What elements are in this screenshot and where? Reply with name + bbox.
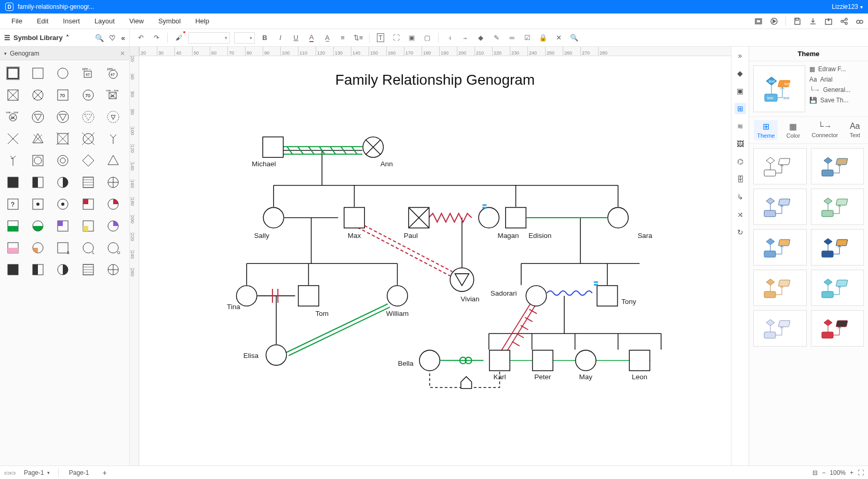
menu-insert[interactable]: Insert [56, 15, 87, 27]
underline-button[interactable]: U [290, 32, 302, 44]
format-painter-button[interactable]: 🖌 [173, 32, 184, 44]
sym-sq-dot[interactable] [28, 151, 48, 170]
sym-extra[interactable] [78, 194, 98, 214]
theme-card[interactable] [811, 270, 864, 306]
font-color-button[interactable]: A [306, 32, 317, 44]
opt-font-family[interactable]: ▦Edraw F... [809, 65, 864, 73]
sym-female-x[interactable] [28, 85, 48, 105]
zoom-in-button[interactable]: + [850, 469, 853, 476]
sym-extra[interactable] [103, 260, 123, 280]
redo-button[interactable]: ↷ [151, 32, 162, 44]
tab-connector[interactable]: └→Connector [808, 120, 841, 140]
sym-extra[interactable] [28, 216, 48, 236]
theme-card[interactable] [811, 229, 864, 265]
sym-extra[interactable] [53, 260, 73, 280]
layers-icon[interactable]: ≋ [735, 121, 746, 132]
theme-card[interactable] [753, 310, 807, 347]
font-size-select[interactable] [234, 32, 255, 44]
sym-circ-dot[interactable] [53, 151, 73, 170]
sym-dates-sq[interactable]: 1938 — 200668 [103, 85, 123, 105]
save-icon[interactable] [793, 17, 802, 25]
undo-button[interactable]: ↶ [135, 32, 146, 44]
line-spacing-button[interactable]: ⇅≡ [352, 32, 364, 44]
sym-age-circ[interactable]: 70 [78, 85, 98, 105]
sym-male-x[interactable] [3, 85, 23, 105]
sym-extra[interactable] [3, 260, 23, 280]
sym-circ-x2[interactable] [78, 129, 98, 149]
sym-extra[interactable] [53, 194, 73, 214]
theme-card[interactable] [753, 189, 807, 225]
sym-female[interactable] [53, 63, 73, 83]
sym-extra[interactable]: L [78, 238, 98, 258]
theme-card[interactable] [753, 229, 807, 265]
collapse-left-icon[interactable]: « [121, 34, 125, 42]
group-button[interactable]: ▣ [406, 32, 417, 44]
sym-x-big[interactable] [3, 129, 23, 149]
share-icon[interactable] [840, 17, 848, 25]
tab-theme[interactable]: ⊞Theme [754, 120, 778, 140]
tab-color[interactable]: ▦Color [783, 120, 803, 140]
text-tool-button[interactable]: T [375, 32, 386, 44]
canvas[interactable]: Family Relationship Genogram [139, 56, 731, 465]
tab-text[interactable]: AaText [847, 120, 863, 140]
page-setup-icon[interactable]: ▣ [735, 85, 746, 97]
fit-width-icon[interactable]: ⊟ [812, 469, 818, 476]
opt-connector[interactable]: └→General... [809, 86, 864, 94]
page-tab[interactable]: Page-1 [64, 468, 94, 477]
sym-extra[interactable] [103, 194, 123, 214]
fill-color-button[interactable]: ◆ [475, 32, 486, 44]
sym-year-sq[interactable]: 1970 —47 [78, 63, 98, 83]
sym-extra[interactable] [53, 172, 73, 192]
sym-extra[interactable]: O [103, 238, 123, 258]
play-icon[interactable] [770, 17, 778, 25]
line-color-button[interactable]: ✎ [491, 32, 502, 44]
menu-view[interactable]: View [122, 15, 151, 27]
menu-edit[interactable]: Edit [30, 15, 56, 27]
fullscreen-icon[interactable]: ⛶ [858, 469, 864, 476]
data-icon[interactable]: 🗄 [735, 174, 746, 185]
menu-help[interactable]: Help [188, 15, 216, 27]
expand-panel-icon[interactable]: » [735, 50, 746, 61]
sym-tri-up-x[interactable] [28, 129, 48, 149]
sym-extra[interactable]: S [53, 238, 73, 258]
sym-dates-circ[interactable]: 1938 — 200668 [3, 107, 23, 127]
sym-extra[interactable] [78, 260, 98, 280]
sym-extra[interactable] [103, 172, 123, 192]
category-header[interactable]: Genogram ✕ [0, 47, 129, 60]
sym-extra[interactable] [28, 194, 48, 214]
heart-icon[interactable]: ♡ [109, 34, 116, 42]
sym-tri-dash[interactable] [78, 107, 98, 127]
sym-age-sq[interactable]: 70 [53, 85, 73, 105]
present-rect-icon[interactable] [754, 17, 763, 25]
sym-extra[interactable] [3, 216, 23, 236]
sym-extra[interactable] [28, 238, 48, 258]
menu-symbol[interactable]: Symbol [151, 15, 188, 27]
download-icon[interactable] [809, 17, 817, 25]
sym-sq-x2[interactable] [53, 129, 73, 149]
text-highlight-button[interactable]: A̲ [321, 32, 333, 44]
sym-extra[interactable] [103, 216, 123, 236]
user-menu[interactable]: Lizzie123 [832, 3, 863, 10]
tools-button[interactable]: ✕ [553, 32, 564, 44]
sym-extra[interactable] [3, 172, 23, 192]
zoom-level[interactable]: 100% [830, 469, 846, 476]
sym-tri-small[interactable] [103, 107, 123, 127]
sym-diamond[interactable] [78, 151, 98, 170]
export-icon[interactable] [824, 17, 833, 25]
theme-card[interactable] [811, 148, 864, 184]
sym-tri-down2[interactable] [53, 107, 73, 127]
tree-icon[interactable]: ⌬ [735, 156, 746, 167]
canvas-area[interactable]: 2030405060708090100110120130140150160170… [130, 47, 731, 465]
sym-tri-down[interactable] [28, 107, 48, 127]
theme-card[interactable] [753, 148, 807, 184]
sym-branch[interactable] [103, 129, 123, 149]
sym-extra[interactable] [53, 216, 73, 236]
page-selector[interactable]: Page-1▾ [21, 468, 53, 477]
shuffle-icon[interactable]: ⤨ [735, 209, 746, 220]
menu-file[interactable]: File [4, 15, 30, 27]
ungroup-button[interactable]: ▢ [422, 32, 433, 44]
theme-card[interactable] [811, 189, 864, 225]
sym-extra[interactable] [78, 216, 98, 236]
opt-save-theme[interactable]: 💾Save Th... [809, 97, 864, 104]
sym-male-plain[interactable] [28, 63, 48, 83]
